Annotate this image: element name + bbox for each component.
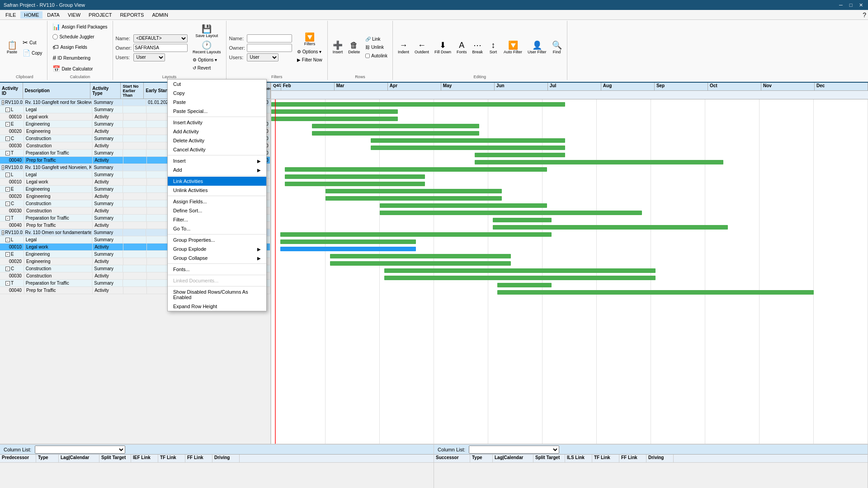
- auto-filter-button[interactable]: 🔽 Auto Filter: [501, 40, 524, 56]
- save-layout-button[interactable]: 💾 Save Layout: [190, 23, 223, 39]
- gantt-month-sep: Sep: [655, 83, 708, 90]
- ctx-add[interactable]: Add ▶: [168, 165, 266, 174]
- col-header-desc[interactable]: Description: [23, 83, 90, 99]
- ctx-paste[interactable]: Paste: [168, 98, 266, 107]
- menu-data[interactable]: DATA: [43, 11, 63, 19]
- menu-reports[interactable]: REPORTS: [116, 11, 147, 19]
- menu-admin[interactable]: ADMIN: [148, 11, 171, 19]
- maximize-btn[interactable]: □: [847, 2, 854, 8]
- find-icon: 🔍: [552, 41, 562, 49]
- filters-label: Filters: [271, 75, 283, 79]
- ctx-define-sort[interactable]: Define Sort...: [168, 206, 266, 215]
- filter-now-button[interactable]: ▶ Filter Now: [295, 56, 325, 64]
- date-calc-button[interactable]: 📅 Date Calculator: [50, 64, 95, 74]
- layout-users-select[interactable]: User: [133, 53, 165, 61]
- col-header-id[interactable]: Activity ID: [0, 83, 23, 99]
- indent-button[interactable]: → Indent: [396, 40, 411, 56]
- ctx-delete-activity[interactable]: Delete Activity: [168, 136, 266, 145]
- fonts-icon: A: [459, 41, 464, 49]
- insert-button[interactable]: ➕ Insert: [330, 40, 345, 56]
- ctx-expand-row[interactable]: Expand Row Height: [168, 302, 266, 311]
- cut-icon: ✂: [23, 39, 28, 46]
- save-icon: 💾: [202, 25, 212, 33]
- bottom-left-collist[interactable]: [35, 446, 125, 454]
- paste-button[interactable]: 📋 Paste: [5, 40, 19, 56]
- ctx-filter[interactable]: Filter...: [168, 215, 266, 224]
- ctx-group-properties[interactable]: Group Properties...: [168, 235, 266, 244]
- break-button[interactable]: ⋯ Break: [470, 40, 486, 56]
- ctx-assign-fields[interactable]: Assign Fields...: [168, 197, 266, 206]
- assign-fields-button[interactable]: 📊 Assign Field Packages: [50, 22, 109, 32]
- layout-name-select[interactable]: <DEFAULT>: [133, 34, 188, 42]
- autolink-checkbox[interactable]: [365, 53, 370, 59]
- filter-name-input[interactable]: [247, 34, 292, 42]
- gantt-days: [271, 91, 868, 99]
- ctx-copy[interactable]: Copy: [168, 89, 266, 98]
- ctx-insert[interactable]: Insert ▶: [168, 156, 266, 165]
- id-icon: #: [52, 54, 56, 61]
- editing-label: Editing: [473, 75, 486, 79]
- rows-label: Rows: [355, 75, 365, 79]
- fonts-button[interactable]: A Fonts: [454, 40, 469, 56]
- menu-view[interactable]: VIEW: [64, 11, 84, 19]
- break-icon: ⋯: [473, 41, 481, 49]
- col-header-start[interactable]: Start No Earlier Than: [121, 83, 144, 99]
- filldown-icon: ⬇: [439, 41, 446, 49]
- ctx-show-disabled[interactable]: Show Disabled Rows/Columns As Enabled: [168, 287, 266, 302]
- paste-icon: 📋: [7, 41, 17, 49]
- ctx-cancel-activity[interactable]: Cancel Activity: [168, 145, 266, 154]
- options-layout-button[interactable]: ⚙ Options ▾: [190, 56, 223, 64]
- user-filter-button[interactable]: 👤 User Filter: [525, 40, 549, 56]
- find-button[interactable]: 🔍 Find: [550, 40, 564, 56]
- ctx-paste-special[interactable]: Paste Special...: [168, 107, 266, 116]
- ctx-insert-activity[interactable]: Insert Activity: [168, 118, 266, 127]
- link-button[interactable]: 🔗 Link: [363, 35, 390, 43]
- cut-button[interactable]: ✂ Cut: [20, 38, 44, 47]
- menu-home[interactable]: HOME: [20, 11, 42, 19]
- gantt-area: Q4/2023 Feb Mar Apr May Jun Jul Aug Sep …: [271, 83, 868, 444]
- title-text: Safran Project - RV110 - Group View: [4, 2, 85, 8]
- bottom-left-panel: Column List: Predecessor Type Lag|Calend…: [0, 445, 434, 488]
- ctx-group-collapse[interactable]: Group Collapse ▶: [168, 253, 266, 263]
- close-btn[interactable]: ✕: [857, 2, 864, 8]
- recent-layouts-button[interactable]: 🕐 Recent Layouts: [190, 40, 223, 56]
- id-renumber-button[interactable]: # ID Renumbering: [50, 53, 93, 63]
- layout-owner-input[interactable]: [133, 44, 188, 52]
- delete-button[interactable]: 🗑 Delete: [346, 40, 362, 56]
- fill-down-button[interactable]: ⬇ Fill Down: [432, 40, 453, 56]
- schedule-juggler-button[interactable]: Schedule Juggler: [50, 33, 96, 41]
- ctx-group-explode[interactable]: Group Explode ▶: [168, 244, 266, 253]
- window-controls[interactable]: ─ □ ✕: [837, 2, 864, 8]
- col-header-type[interactable]: Activity Type: [90, 83, 121, 99]
- filters-button[interactable]: 🔽 Filters: [295, 32, 325, 47]
- main-area: Activity ID Description Activity Type St…: [0, 83, 868, 444]
- schedule-radio[interactable]: [52, 34, 58, 40]
- menu-file[interactable]: FILE: [2, 11, 19, 19]
- ctx-unlink-activities[interactable]: Unlink Activities: [168, 186, 266, 195]
- help-btn[interactable]: ?: [863, 11, 866, 19]
- outdent-button[interactable]: ← Outdent: [412, 40, 431, 56]
- minimize-btn[interactable]: ─: [837, 2, 844, 8]
- gantt-month-feb: Mar: [335, 83, 388, 90]
- assign-fields2-button[interactable]: 🏷 Assign Fields: [50, 42, 89, 52]
- filter-options-button[interactable]: ⚙ Options ▾: [295, 48, 325, 56]
- date-icon: 📅: [52, 65, 60, 72]
- ctx-link-activities[interactable]: Link Activities: [168, 177, 266, 186]
- ctx-add-activity[interactable]: Add Activity: [168, 127, 266, 136]
- filter-users-select[interactable]: User: [247, 53, 278, 61]
- revert-button[interactable]: ↺ Revert: [190, 64, 223, 72]
- sort-button[interactable]: ↕ Sort: [486, 40, 500, 56]
- filter-owner-input[interactable]: [247, 44, 292, 52]
- menu-project[interactable]: PROJECT: [85, 11, 115, 19]
- ctx-sep7: [168, 275, 266, 275]
- autolink-button[interactable]: Autolink: [363, 52, 390, 60]
- ctx-cut[interactable]: Cut: [168, 80, 266, 89]
- ctx-go-to[interactable]: Go To...: [168, 224, 266, 233]
- bottom-right-collist[interactable]: [469, 446, 559, 454]
- copy-button[interactable]: 📄 Copy: [20, 48, 44, 58]
- assign-icon: 📊: [52, 23, 60, 30]
- ribbon-editing: → Indent ← Outdent ⬇ Fill Down A Fonts ⋯…: [393, 21, 567, 80]
- unlink-button[interactable]: ⛓ Unlink: [363, 43, 390, 51]
- ctx-sep3: [168, 175, 266, 176]
- ctx-fonts[interactable]: Fonts...: [168, 265, 266, 274]
